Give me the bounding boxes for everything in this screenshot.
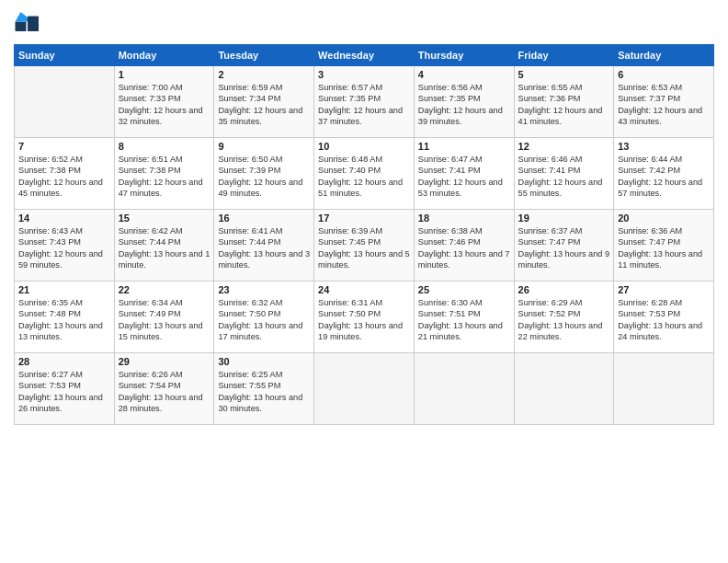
day-number: 27 bbox=[618, 284, 710, 295]
day-cell bbox=[614, 353, 714, 425]
day-header-wednesday: Wednesday bbox=[314, 45, 415, 66]
svg-rect-2 bbox=[28, 17, 39, 32]
day-info: Sunrise: 6:37 AM Sunset: 7:47 PM Dayligh… bbox=[518, 225, 610, 271]
day-cell: 16Sunrise: 6:41 AM Sunset: 7:44 PM Dayli… bbox=[214, 210, 314, 282]
day-number: 24 bbox=[318, 284, 410, 295]
day-number: 26 bbox=[518, 284, 610, 295]
day-cell: 14Sunrise: 6:43 AM Sunset: 7:43 PM Dayli… bbox=[15, 210, 115, 282]
day-info: Sunrise: 6:36 AM Sunset: 7:47 PM Dayligh… bbox=[618, 225, 710, 271]
day-cell: 3Sunrise: 6:57 AM Sunset: 7:35 PM Daylig… bbox=[314, 66, 415, 138]
day-number: 22 bbox=[119, 284, 210, 295]
day-info: Sunrise: 6:57 AM Sunset: 7:35 PM Dayligh… bbox=[318, 82, 410, 128]
day-number: 1 bbox=[119, 69, 210, 80]
day-cell: 2Sunrise: 6:59 AM Sunset: 7:34 PM Daylig… bbox=[214, 66, 314, 138]
day-info: Sunrise: 6:25 AM Sunset: 7:55 PM Dayligh… bbox=[218, 369, 310, 415]
day-info: Sunrise: 6:35 AM Sunset: 7:48 PM Dayligh… bbox=[18, 297, 110, 343]
day-cell bbox=[414, 353, 514, 425]
day-number: 12 bbox=[518, 141, 610, 152]
day-cell: 30Sunrise: 6:25 AM Sunset: 7:55 PM Dayli… bbox=[214, 353, 314, 425]
day-number: 10 bbox=[318, 141, 410, 152]
day-cell: 1Sunrise: 7:00 AM Sunset: 7:33 PM Daylig… bbox=[114, 66, 214, 138]
day-number: 23 bbox=[218, 284, 310, 295]
day-cell bbox=[15, 66, 115, 138]
day-number: 30 bbox=[218, 356, 310, 367]
logo-icon bbox=[14, 9, 41, 37]
day-number: 9 bbox=[218, 141, 310, 152]
day-cell: 20Sunrise: 6:36 AM Sunset: 7:47 PM Dayli… bbox=[614, 210, 714, 282]
day-info: Sunrise: 6:39 AM Sunset: 7:45 PM Dayligh… bbox=[318, 225, 410, 271]
day-cell: 5Sunrise: 6:55 AM Sunset: 7:36 PM Daylig… bbox=[514, 66, 614, 138]
week-row-1: 1Sunrise: 7:00 AM Sunset: 7:33 PM Daylig… bbox=[15, 66, 714, 138]
day-number: 13 bbox=[618, 141, 710, 152]
day-cell: 9Sunrise: 6:50 AM Sunset: 7:39 PM Daylig… bbox=[214, 138, 314, 210]
day-cell: 17Sunrise: 6:39 AM Sunset: 7:45 PM Dayli… bbox=[314, 210, 415, 282]
day-info: Sunrise: 6:52 AM Sunset: 7:38 PM Dayligh… bbox=[18, 154, 110, 200]
day-info: Sunrise: 6:31 AM Sunset: 7:50 PM Dayligh… bbox=[318, 297, 410, 343]
day-number: 25 bbox=[418, 284, 510, 295]
calendar-table: SundayMondayTuesdayWednesdayThursdayFrid… bbox=[14, 44, 714, 425]
day-cell bbox=[514, 353, 614, 425]
day-cell bbox=[314, 353, 415, 425]
day-cell: 28Sunrise: 6:27 AM Sunset: 7:53 PM Dayli… bbox=[15, 353, 115, 425]
day-cell: 26Sunrise: 6:29 AM Sunset: 7:52 PM Dayli… bbox=[514, 282, 614, 353]
header-row: SundayMondayTuesdayWednesdayThursdayFrid… bbox=[15, 45, 714, 66]
day-info: Sunrise: 6:59 AM Sunset: 7:34 PM Dayligh… bbox=[218, 82, 310, 128]
day-info: Sunrise: 6:41 AM Sunset: 7:44 PM Dayligh… bbox=[218, 225, 310, 271]
day-info: Sunrise: 6:26 AM Sunset: 7:54 PM Dayligh… bbox=[119, 369, 210, 415]
week-row-4: 21Sunrise: 6:35 AM Sunset: 7:48 PM Dayli… bbox=[15, 282, 714, 353]
day-info: Sunrise: 6:27 AM Sunset: 7:53 PM Dayligh… bbox=[18, 369, 110, 415]
day-info: Sunrise: 6:38 AM Sunset: 7:46 PM Dayligh… bbox=[418, 225, 510, 271]
day-cell: 6Sunrise: 6:53 AM Sunset: 7:37 PM Daylig… bbox=[614, 66, 714, 138]
day-cell: 13Sunrise: 6:44 AM Sunset: 7:42 PM Dayli… bbox=[614, 138, 714, 210]
day-cell: 8Sunrise: 6:51 AM Sunset: 7:38 PM Daylig… bbox=[114, 138, 214, 210]
day-number: 21 bbox=[18, 284, 110, 295]
day-cell: 7Sunrise: 6:52 AM Sunset: 7:38 PM Daylig… bbox=[15, 138, 115, 210]
day-info: Sunrise: 6:51 AM Sunset: 7:38 PM Dayligh… bbox=[119, 154, 210, 200]
day-number: 19 bbox=[518, 213, 610, 224]
day-number: 11 bbox=[418, 141, 510, 152]
day-number: 14 bbox=[18, 213, 110, 224]
day-number: 5 bbox=[518, 69, 610, 80]
day-number: 4 bbox=[418, 69, 510, 80]
logo bbox=[14, 9, 45, 37]
day-cell: 29Sunrise: 6:26 AM Sunset: 7:54 PM Dayli… bbox=[114, 353, 214, 425]
day-info: Sunrise: 6:34 AM Sunset: 7:49 PM Dayligh… bbox=[119, 297, 210, 343]
week-row-2: 7Sunrise: 6:52 AM Sunset: 7:38 PM Daylig… bbox=[15, 138, 714, 210]
day-number: 15 bbox=[119, 213, 210, 224]
page-container: SundayMondayTuesdayWednesdayThursdayFrid… bbox=[0, 0, 728, 434]
day-cell: 24Sunrise: 6:31 AM Sunset: 7:50 PM Dayli… bbox=[314, 282, 415, 353]
day-info: Sunrise: 6:44 AM Sunset: 7:42 PM Dayligh… bbox=[618, 154, 710, 200]
day-number: 8 bbox=[119, 141, 210, 152]
day-cell: 25Sunrise: 6:30 AM Sunset: 7:51 PM Dayli… bbox=[414, 282, 514, 353]
day-info: Sunrise: 6:56 AM Sunset: 7:35 PM Dayligh… bbox=[418, 82, 510, 128]
day-number: 3 bbox=[318, 69, 410, 80]
day-header-tuesday: Tuesday bbox=[214, 45, 314, 66]
day-number: 17 bbox=[318, 213, 410, 224]
day-info: Sunrise: 6:28 AM Sunset: 7:53 PM Dayligh… bbox=[618, 297, 710, 343]
day-info: Sunrise: 6:46 AM Sunset: 7:41 PM Dayligh… bbox=[518, 154, 610, 200]
day-cell: 15Sunrise: 6:42 AM Sunset: 7:44 PM Dayli… bbox=[114, 210, 214, 282]
day-info: Sunrise: 6:55 AM Sunset: 7:36 PM Dayligh… bbox=[518, 82, 610, 128]
day-info: Sunrise: 6:32 AM Sunset: 7:50 PM Dayligh… bbox=[218, 297, 310, 343]
day-info: Sunrise: 6:43 AM Sunset: 7:43 PM Dayligh… bbox=[18, 225, 110, 271]
day-number: 29 bbox=[119, 356, 210, 367]
day-header-monday: Monday bbox=[114, 45, 214, 66]
day-number: 20 bbox=[618, 213, 710, 224]
day-info: Sunrise: 6:53 AM Sunset: 7:37 PM Dayligh… bbox=[618, 82, 710, 128]
day-info: Sunrise: 7:00 AM Sunset: 7:33 PM Dayligh… bbox=[119, 82, 210, 128]
day-cell: 21Sunrise: 6:35 AM Sunset: 7:48 PM Dayli… bbox=[15, 282, 115, 353]
day-info: Sunrise: 6:29 AM Sunset: 7:52 PM Dayligh… bbox=[518, 297, 610, 343]
page-header bbox=[14, 9, 714, 37]
day-info: Sunrise: 6:30 AM Sunset: 7:51 PM Dayligh… bbox=[418, 297, 510, 343]
day-number: 6 bbox=[618, 69, 710, 80]
day-number: 28 bbox=[18, 356, 110, 367]
day-cell: 22Sunrise: 6:34 AM Sunset: 7:49 PM Dayli… bbox=[114, 282, 214, 353]
day-header-sunday: Sunday bbox=[15, 45, 115, 66]
day-cell: 12Sunrise: 6:46 AM Sunset: 7:41 PM Dayli… bbox=[514, 138, 614, 210]
day-header-friday: Friday bbox=[514, 45, 614, 66]
day-info: Sunrise: 6:42 AM Sunset: 7:44 PM Dayligh… bbox=[119, 225, 210, 271]
day-number: 7 bbox=[18, 141, 110, 152]
day-cell: 10Sunrise: 6:48 AM Sunset: 7:40 PM Dayli… bbox=[314, 138, 415, 210]
day-number: 2 bbox=[218, 69, 310, 80]
day-cell: 18Sunrise: 6:38 AM Sunset: 7:46 PM Dayli… bbox=[414, 210, 514, 282]
